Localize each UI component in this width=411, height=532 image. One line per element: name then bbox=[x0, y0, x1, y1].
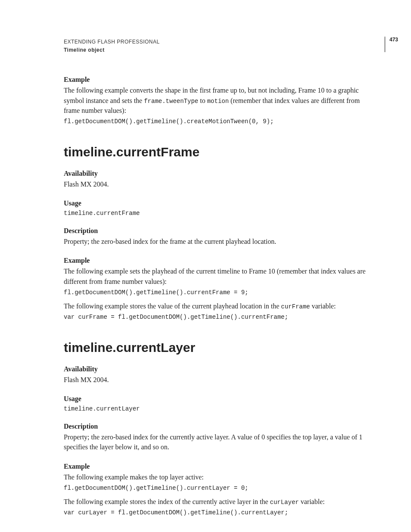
header-left: EXTENDING FLASH PROFESSIONAL Timeline ob… bbox=[64, 38, 372, 54]
section1-text2b: variable: bbox=[310, 302, 336, 310]
section1-avail-text: Flash MX 2004. bbox=[64, 179, 372, 189]
section1-text2a: The following example stores the value o… bbox=[64, 302, 281, 310]
section2-avail-text: Flash MX 2004. bbox=[64, 375, 372, 385]
section2-code2: var curLayer = fl.getDocumentDOM().getTi… bbox=[64, 509, 372, 516]
section1-example-text1: The following example sets the playhead … bbox=[64, 266, 372, 286]
intro-example-heading: Example bbox=[64, 76, 372, 84]
section1-example-text2: The following example stores the value o… bbox=[64, 301, 372, 311]
section2-text2code: curLayer bbox=[270, 499, 299, 506]
section1-avail-heading: Availability bbox=[64, 170, 372, 177]
chapter-title: EXTENDING FLASH PROFESSIONAL bbox=[64, 38, 372, 46]
section2-usage-heading: Usage bbox=[64, 395, 372, 403]
section1-code2: var curFrame = fl.getDocumentDOM().getTi… bbox=[64, 314, 372, 320]
section1-usage-heading: Usage bbox=[64, 199, 372, 207]
section2-usage-code: timeline.currentLayer bbox=[64, 405, 372, 412]
section1-example-heading: Example bbox=[64, 257, 372, 264]
section2-example-text2: The following example stores the index o… bbox=[64, 497, 372, 507]
section1-title: timeline.currentFrame bbox=[64, 145, 372, 159]
section2-code1: fl.getDocumentDOM().getTimeline().curren… bbox=[64, 485, 372, 492]
section2-avail-heading: Availability bbox=[64, 365, 372, 373]
page-container: EXTENDING FLASH PROFESSIONAL Timeline ob… bbox=[0, 0, 411, 532]
section2-title: timeline.currentLayer bbox=[64, 340, 372, 355]
section2-example-text1: The following example makes the top laye… bbox=[64, 472, 372, 482]
section2-text2a: The following example stores the index o… bbox=[64, 498, 270, 505]
page-header: EXTENDING FLASH PROFESSIONAL Timeline ob… bbox=[64, 38, 372, 54]
section1-code1: fl.getDocumentDOM().getTimeline().curren… bbox=[64, 289, 372, 296]
intro-text-mid: to bbox=[198, 97, 207, 104]
section2-example-heading: Example bbox=[64, 463, 372, 470]
section2-text2b: variable: bbox=[299, 498, 325, 505]
intro-code-block: fl.getDocumentDOM().getTimeline().create… bbox=[64, 118, 372, 125]
section1-desc-heading: Description bbox=[64, 227, 372, 235]
section1-text2code: curFrame bbox=[281, 303, 310, 310]
section1-desc-text: Property; the zero-based index for the f… bbox=[64, 236, 372, 246]
intro-code-b: motion bbox=[207, 98, 229, 105]
intro-code-a: frame.tweenType bbox=[144, 98, 198, 105]
section2-desc-text: Property; the zero-based index for the c… bbox=[64, 432, 372, 452]
page-number: 473 bbox=[385, 37, 398, 52]
section-title: Timeline object bbox=[64, 46, 372, 54]
section1-usage-code: timeline.currentFrame bbox=[64, 210, 372, 217]
section2-desc-heading: Description bbox=[64, 423, 372, 430]
intro-example-paragraph: The following example converts the shape… bbox=[64, 85, 372, 115]
